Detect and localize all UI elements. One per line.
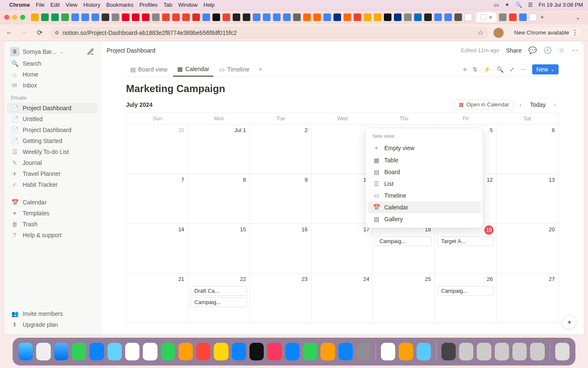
calendar-cell[interactable]: 17 [312, 223, 373, 273]
comments-icon[interactable]: 💬 [528, 46, 537, 54]
pinned-tab[interactable] [313, 13, 321, 21]
menu-view[interactable]: View [66, 2, 77, 8]
dock-recent[interactable] [512, 343, 527, 360]
ai-fab-button[interactable]: ✦ [562, 315, 576, 329]
dock-app-reminders[interactable] [196, 343, 210, 360]
address-bar[interactable]: ⚙ notion.so/Project-Dashboard-ab1883e2f8… [50, 26, 488, 39]
calendar-cell[interactable]: 18Campaig... [373, 223, 435, 273]
pinned-tab[interactable] [61, 13, 69, 21]
fullscreen-window-icon[interactable] [20, 15, 25, 20]
calendar-cell[interactable]: 30 [126, 124, 188, 174]
favorite-icon[interactable]: ☆ [559, 46, 564, 54]
sidebar-page-getting-started[interactable]: 📄 Getting Started [7, 135, 98, 146]
new-tab-button[interactable]: + [540, 13, 544, 21]
dock-app-safari[interactable] [54, 343, 68, 360]
sidebar-item-trash[interactable]: 🗑 Trash [7, 219, 98, 230]
pinned-tab[interactable] [152, 13, 160, 21]
popup-option-empty-view[interactable]: ＋Empty view [368, 142, 481, 154]
reload-button[interactable]: ⟳ [34, 29, 45, 37]
popup-option-board[interactable]: ▤Board [368, 166, 481, 178]
filter-icon[interactable]: ≡ [463, 66, 467, 73]
pinned-tab[interactable] [283, 13, 291, 21]
calendar-cell[interactable]: 2 [250, 124, 312, 174]
pinned-tab[interactable] [253, 13, 260, 21]
popup-option-calendar[interactable]: 📅Calendar [368, 201, 481, 213]
pinned-tab[interactable] [102, 13, 109, 21]
dock-app-maps[interactable] [108, 343, 122, 360]
back-button[interactable]: ← [4, 29, 14, 37]
calendar-cell[interactable]: 13 [496, 174, 558, 223]
pinned-tab[interactable] [509, 13, 517, 21]
dock-recent[interactable] [495, 343, 509, 360]
sidebar-page-travel-planner[interactable]: ✈ Travel Planner [7, 168, 98, 179]
dock-app-mail[interactable] [89, 343, 104, 360]
expand-icon[interactable]: ⤢ [509, 66, 514, 73]
pinned-tab[interactable] [192, 13, 200, 21]
pinned-tab[interactable] [529, 13, 537, 21]
pinned-tab[interactable] [51, 13, 59, 21]
pinned-tab[interactable] [364, 13, 371, 21]
view-tab-timeline[interactable]: ▭ Timeline [215, 63, 253, 76]
dock-app-contacts[interactable] [178, 343, 193, 360]
more-icon[interactable]: ⋯ [571, 46, 578, 54]
forward-button[interactable]: → [19, 29, 29, 37]
prev-month-button[interactable]: ‹ [517, 101, 524, 109]
dock-recent[interactable] [459, 343, 473, 360]
calendar-cell[interactable]: 21 [126, 273, 188, 323]
dock-trash[interactable] [555, 343, 570, 360]
spotlight-icon[interactable]: 🔍 [515, 2, 522, 8]
sidebar-item-upgrade[interactable]: ⬆ Upgrade plan [7, 319, 98, 330]
sidebar-page-untitled[interactable]: 📄 Untitled [7, 114, 98, 124]
active-browser-tab[interactable]: × [476, 12, 496, 22]
pinned-tab[interactable] [394, 13, 402, 21]
pinned-tab[interactable] [499, 13, 507, 21]
dock-app-launchpad[interactable] [36, 343, 50, 360]
menu-file[interactable]: File [36, 2, 45, 8]
site-info-icon[interactable]: ⚙ [55, 30, 59, 36]
pinned-tab[interactable] [333, 13, 341, 21]
dock-app-messages[interactable] [72, 343, 86, 360]
pinned-tab[interactable] [444, 13, 452, 21]
dock-app-chrome[interactable] [381, 343, 395, 360]
dock-app-books[interactable] [399, 343, 413, 360]
breadcrumb[interactable]: Project Dashboard [107, 47, 155, 54]
calendar-event[interactable]: Target A... [437, 236, 494, 246]
calendar-cell[interactable]: 6 [496, 124, 558, 174]
dock-app-finder[interactable] [18, 343, 33, 360]
pinned-tab[interactable] [81, 13, 89, 21]
chevron-down-icon[interactable]: ⌄ [551, 67, 554, 72]
sidebar-item-invite[interactable]: 👥 Invite members [7, 308, 98, 319]
dock-recent[interactable] [441, 343, 456, 360]
new-page-icon[interactable] [87, 48, 94, 56]
sidebar-item-help[interactable]: ? Help & support [7, 230, 98, 241]
menu-window[interactable]: Window [178, 2, 197, 8]
dock-recent[interactable] [477, 343, 491, 360]
sidebar-item-home[interactable]: ⌂ Home [7, 69, 98, 80]
close-window-icon[interactable] [4, 15, 9, 20]
view-tab-board[interactable]: ▤ Board view [126, 63, 171, 76]
pinned-tab[interactable] [92, 13, 99, 21]
calendar-cell[interactable]: 23 [250, 273, 312, 323]
dock-app-tv[interactable] [249, 343, 264, 360]
pinned-tab[interactable] [112, 13, 119, 21]
sidebar-item-search[interactable]: 🔍 Search [7, 58, 98, 69]
calendar-cell[interactable]: 7 [126, 174, 188, 223]
calendar-cell[interactable]: 20 [496, 223, 558, 273]
menu-profiles[interactable]: Profiles [139, 2, 158, 8]
dock-app-pages[interactable] [320, 343, 335, 360]
sidebar-page-weekly-todo[interactable]: ☰ Weekly To-do List [7, 146, 98, 157]
more-icon[interactable]: ⋯ [520, 66, 526, 73]
pinned-tab[interactable] [374, 13, 381, 21]
pinned-tab[interactable] [142, 13, 150, 21]
bookmark-star-icon[interactable]: ☆ [478, 29, 483, 37]
calendar-event[interactable]: Campaig... [191, 297, 247, 307]
automations-icon[interactable]: ⚡ [483, 66, 491, 73]
sidebar-item-templates[interactable]: ✦ Templates [7, 208, 98, 219]
calendar-cell[interactable]: 22Draft Ca...Campaig... [188, 273, 250, 323]
menu-help[interactable]: Help [204, 2, 215, 8]
new-entry-button[interactable]: New ⌄ [532, 64, 559, 74]
search-icon[interactable]: 🔍 [496, 66, 504, 73]
popup-option-timeline[interactable]: ▭Timeline [368, 190, 481, 201]
calendar-cell[interactable]: 16 [250, 223, 312, 273]
pinned-tab[interactable] [434, 13, 442, 21]
